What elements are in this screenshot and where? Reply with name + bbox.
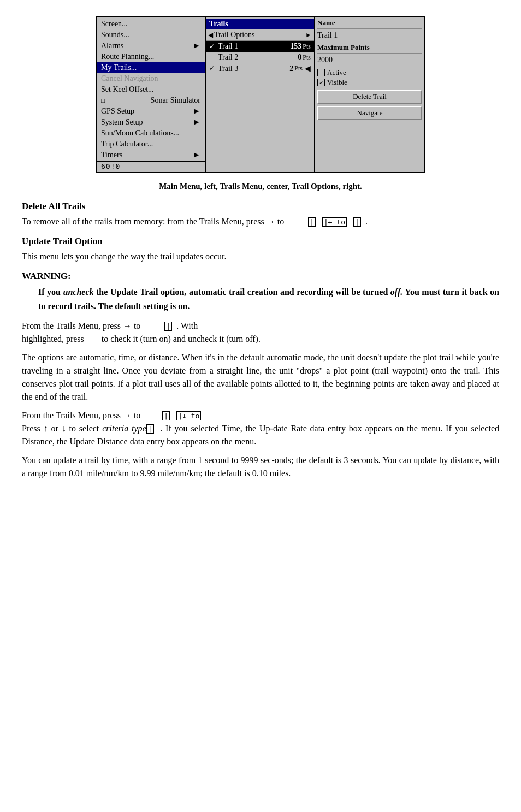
arrow-right-icon: ► [193,42,200,50]
menu-item-route-planning[interactable]: Route Planning... [97,51,205,62]
paragraph-update-trail: This menu lets you change the way the tr… [22,250,499,263]
delete-trail-button[interactable]: Delete Trail [317,90,422,104]
warning-block: If you uncheck the Update Trail option, … [38,285,499,313]
panel-left: Screen... Sounds... Alarms ► Route Plann… [97,17,206,172]
trail-row-1[interactable]: ✓ Trail 1 153 Pts [206,41,314,52]
menu-item-timers[interactable]: Timers ► [97,150,205,161]
paragraph-options-automatic: The options are automatic, time, or dist… [22,351,499,404]
trail-name-value: Trail 1 [317,30,422,41]
main-content: Delete All Trails To remove all of the t… [22,201,499,480]
menu-item-alarms[interactable]: Alarms ► [97,40,205,51]
paragraph-delete-trails: To remove all of the trails from memory:… [22,215,499,228]
heading-update-trail-option: Update Trail Option [22,236,499,247]
paragraph-from-trails-menu: From the Trails Menu, press → to | . Wit… [22,319,499,346]
arrow-right-icon: ► [193,151,200,159]
menu-item-sonar-simulator[interactable]: □ Sonar Simulator [97,95,205,106]
warning-text: If you uncheck the Update Trail option, … [38,285,499,313]
visible-label: Visible [327,78,347,87]
trail-row-3[interactable]: ✓ Trail 3 2 Pts ◀ [206,63,314,74]
menu-item-set-keel-offset[interactable]: Set Keel Offset... [97,84,205,95]
trails-panel-title: Trails [206,19,314,29]
visible-checkbox[interactable]: ✓ [317,79,325,86]
active-checkbox-row[interactable]: Active [317,68,422,78]
panel-right: Name Trail 1 Maximum Points 2000 Active … [315,17,424,172]
menu-item-system-setup[interactable]: System Setup ► [97,117,205,128]
trail-row-2[interactable]: Trail 2 0 Pts [206,52,314,63]
paragraph-update-time-distance: You can update a trail by time, with a r… [22,454,499,480]
menu-item-my-trails[interactable]: My Trails... [97,62,205,73]
menu-item-trip-calculator[interactable]: Trip Calculator... [97,139,205,150]
max-points-label: Maximum Points [317,43,422,54]
name-label: Name [317,19,422,29]
arrow-left-icon: ◀ [208,31,213,39]
trail-check-icon: ✓ [209,64,218,73]
active-label: Active [327,68,346,77]
menu-item-screen[interactable]: Screen... [97,19,205,29]
navigate-button[interactable]: Navigate [317,106,422,120]
screenshot-area: Screen... Sounds... Alarms ► Route Plann… [22,16,499,173]
bottom-bar: 60!0 [97,161,205,171]
menu-item-sun-moon[interactable]: Sun/Moon Calculations... [97,128,205,139]
back-arrow-icon: ◀ [305,64,311,73]
active-checkbox[interactable] [317,69,325,76]
menu-item-gps-setup[interactable]: GPS Setup ► [97,106,205,117]
warning-heading: WARNING: [22,271,499,282]
trail-check-icon: ✓ [209,43,218,51]
heading-delete-all-trails: Delete All Trails [22,201,499,212]
paragraph-from-trails-menu-2: From the Trails Menu, press → to | |↓ to… [22,409,499,448]
arrow-right-icon: ► [193,107,200,116]
screenshot-caption: Main Menu, left, Trails Menu, center, Tr… [22,182,499,191]
panels-container: Screen... Sounds... Alarms ► Route Plann… [96,16,425,173]
menu-item-cancel-navigation: Cancel Navigation [97,73,205,84]
trail-check-icon [209,54,218,62]
trail-options-row[interactable]: ◀ Trail Options ► [206,29,314,41]
max-points-value: 2000 [317,55,422,66]
arrow-right-icon: ► [193,118,200,127]
panel-center: Trails ◀ Trail Options ► ✓ Trail 1 153 P… [206,17,315,172]
arrow-right-icon: ► [305,31,312,39]
menu-item-sounds[interactable]: Sounds... [97,29,205,40]
visible-checkbox-row[interactable]: ✓ Visible [317,78,422,87]
